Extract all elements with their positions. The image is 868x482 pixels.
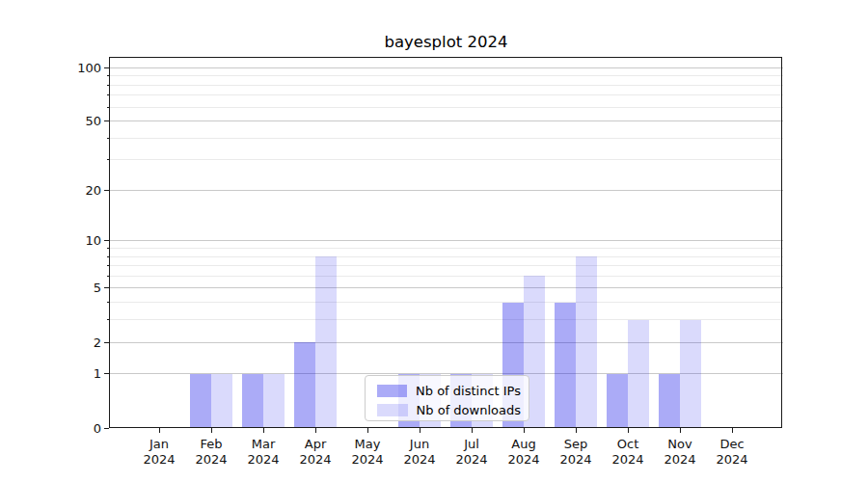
y-axis-tick-label: 50	[34, 115, 101, 127]
x-tick	[367, 428, 368, 433]
y-major-tick	[104, 190, 109, 191]
x-tick-year: 2024	[693, 452, 771, 468]
x-tick	[576, 428, 577, 433]
legend-swatch-downloads	[377, 404, 408, 416]
y-minor-tick	[107, 276, 110, 277]
y-minor-tick	[107, 94, 110, 95]
y-major-tick	[104, 287, 109, 288]
chart-canvas: bayesplot 2024 1005020105210Jan2024Feb20…	[0, 0, 868, 482]
y-minor-tick	[107, 256, 110, 257]
x-tick	[472, 428, 473, 433]
x-axis-tick-label: Dec2024	[693, 437, 771, 468]
y-axis-tick-label: 100	[34, 62, 101, 74]
y-axis-tick-label: 2	[34, 336, 101, 349]
y-axis-tick-label: 10	[34, 234, 101, 247]
x-tick	[211, 428, 212, 433]
x-tick	[420, 428, 420, 433]
y-minor-tick	[107, 107, 110, 108]
legend-label-downloads: Nb of downloads	[417, 403, 521, 417]
legend-swatch-distinct-ips	[377, 385, 407, 397]
x-tick	[680, 428, 681, 433]
y-axis-tick-label: 0	[34, 422, 101, 435]
x-tick-month: Dec	[693, 437, 771, 452]
legend-entry-downloads: Nb of downloads	[377, 402, 521, 418]
x-tick	[628, 428, 629, 433]
x-tick	[263, 428, 264, 433]
legend: Nb of distinct IPs Nb of downloads	[365, 375, 529, 421]
y-minor-tick	[107, 319, 110, 320]
y-minor-tick	[107, 138, 110, 139]
y-major-tick	[104, 120, 109, 121]
y-major-tick	[104, 240, 109, 241]
x-tick	[732, 428, 733, 433]
y-minor-tick	[107, 85, 110, 86]
x-tick	[315, 428, 316, 433]
legend-label-distinct-ips: Nb of distinct IPs	[416, 384, 521, 398]
y-minor-tick	[107, 265, 110, 266]
y-major-tick	[104, 428, 109, 429]
legend-entry-distinct-ips: Nb of distinct IPs	[377, 383, 521, 399]
y-major-tick	[104, 67, 109, 68]
y-major-tick	[104, 373, 109, 374]
y-minor-tick	[107, 248, 110, 249]
y-axis-tick-label: 5	[34, 281, 101, 294]
x-tick	[524, 428, 525, 433]
y-minor-tick	[107, 75, 110, 76]
y-minor-tick	[107, 302, 110, 303]
y-major-tick	[104, 342, 109, 343]
y-axis-tick-label: 20	[34, 184, 101, 197]
x-tick	[159, 428, 160, 433]
y-minor-tick	[107, 159, 110, 160]
y-axis-tick-label: 1	[34, 367, 101, 380]
